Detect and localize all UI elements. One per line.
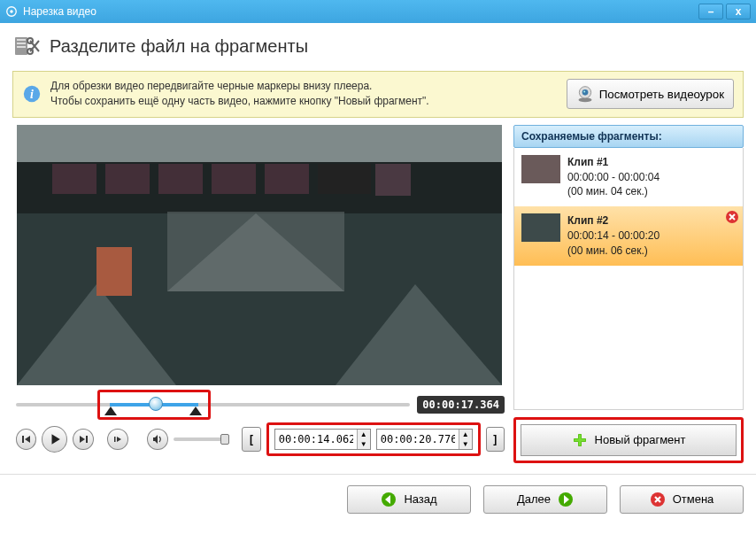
info-text: Для обрезки видео передвигайте черные ма… [50, 79, 558, 110]
plus-icon [572, 432, 588, 448]
new-fragment-highlight: Новый фрагмент [513, 417, 744, 463]
fragments-column: Сохраняемые фрагменты: Клип #1 00:00:00 … [513, 125, 744, 463]
player-column: 00:00:17.364 [ ▲▼ ▲▼ [12, 125, 508, 463]
start-time-input[interactable] [275, 430, 357, 449]
fragment-range: 00:00:00 - 00:00:04 [567, 171, 660, 183]
titlebar: Нарезка видео – x [0, 0, 756, 23]
cancel-button[interactable]: Отмена [620, 485, 744, 514]
info-line1: Для обрезки видео передвигайте черные ма… [50, 79, 558, 94]
set-start-button[interactable]: [ [242, 427, 260, 452]
tutorial-label: Посмотреть видеоурок [599, 88, 724, 101]
new-fragment-label: Новый фрагмент [595, 433, 686, 446]
next-frame-button[interactable] [73, 429, 93, 450]
step-forward-button[interactable] [107, 429, 127, 450]
start-time-down[interactable]: ▼ [358, 439, 370, 449]
back-label: Назад [404, 492, 436, 506]
volume-button[interactable] [147, 429, 167, 450]
fragment-duration: (00 мин. 04 сек.) [567, 185, 648, 197]
play-button[interactable] [42, 426, 67, 453]
svg-point-1 [10, 10, 13, 13]
footer: Назад Далее Отмена [0, 474, 756, 524]
fragment-title: Клип #2 [567, 213, 660, 228]
time-inputs-highlight: ▲▼ ▲▼ [266, 422, 481, 456]
svg-point-12 [582, 89, 588, 96]
scissors-film-icon [12, 32, 41, 60]
svg-marker-15 [25, 436, 30, 443]
range-start-handle[interactable] [104, 406, 117, 415]
svg-marker-17 [80, 436, 85, 443]
svg-rect-3 [17, 39, 26, 41]
next-button[interactable]: Далее [483, 485, 607, 514]
volume-knob[interactable] [220, 434, 229, 445]
start-time-up[interactable]: ▲ [358, 430, 370, 439]
fragment-thumb [521, 213, 560, 242]
svg-rect-14 [22, 436, 24, 443]
info-banner: i Для обрезки видео передвигайте черные … [12, 71, 744, 118]
svg-rect-5 [17, 46, 26, 48]
webcam-icon [576, 85, 594, 103]
fragments-list: Клип #1 00:00:00 - 00:00:04 (00 мин. 04 … [513, 148, 744, 410]
range-end-handle[interactable] [189, 406, 202, 415]
cancel-icon [650, 492, 666, 507]
app-icon [5, 5, 18, 18]
timeline-track [16, 403, 410, 406]
delete-fragment-icon[interactable] [725, 210, 739, 224]
end-time-spinner[interactable]: ▲▼ [376, 429, 473, 450]
new-fragment-button[interactable]: Новый фрагмент [521, 424, 737, 456]
svg-marker-20 [117, 437, 121, 442]
next-label: Далее [517, 492, 551, 506]
svg-rect-19 [114, 437, 116, 442]
info-icon: i [22, 84, 42, 104]
total-time-badge: 00:00:17.364 [417, 396, 505, 414]
start-time-spinner[interactable]: ▲▼ [274, 429, 371, 450]
page-header: Разделите файл на фрагменты [0, 23, 756, 71]
arrow-left-icon [381, 492, 397, 507]
fragment-item[interactable]: Клип #1 00:00:00 - 00:00:04 (00 мин. 04 … [514, 148, 743, 206]
fragment-range: 00:00:14 - 00:00:20 [567, 229, 660, 242]
minimize-button[interactable]: – [698, 4, 723, 19]
timeline[interactable] [16, 394, 410, 415]
info-line2: Чтобы сохранить ещё одну часть видео, на… [50, 94, 558, 109]
arrow-right-icon [558, 492, 574, 507]
close-button[interactable]: x [726, 4, 751, 19]
page-title: Разделите файл на фрагменты [50, 36, 308, 57]
fragment-thumb [521, 155, 560, 183]
svg-rect-26 [574, 438, 585, 441]
svg-rect-18 [86, 436, 88, 443]
video-preview[interactable] [17, 125, 502, 385]
back-button[interactable]: Назад [347, 485, 471, 514]
fragment-duration: (00 мин. 06 сек.) [567, 244, 648, 257]
svg-text:i: i [30, 88, 34, 101]
cancel-label: Отмена [673, 492, 714, 506]
fragment-title: Клип #1 [567, 155, 660, 170]
svg-marker-16 [51, 434, 59, 445]
volume-slider[interactable] [174, 437, 227, 441]
svg-rect-4 [17, 43, 26, 44]
svg-marker-21 [153, 435, 158, 444]
window-title: Нарезка видео [23, 5, 96, 18]
set-end-button[interactable]: ] [486, 427, 505, 452]
fragment-item[interactable]: Клип #2 00:00:14 - 00:00:20 (00 мин. 06 … [514, 206, 743, 265]
end-time-up[interactable]: ▲ [459, 430, 472, 439]
controls-row: [ ▲▼ ▲▼ ] [16, 422, 505, 456]
tutorial-button[interactable]: Посмотреть видеоурок [567, 79, 734, 109]
prev-frame-button[interactable] [16, 429, 36, 450]
end-time-input[interactable] [377, 430, 459, 449]
playhead[interactable] [149, 397, 163, 411]
svg-point-13 [583, 91, 585, 93]
fragments-header: Сохраняемые фрагменты: [513, 125, 744, 148]
end-time-down[interactable]: ▼ [459, 439, 472, 449]
